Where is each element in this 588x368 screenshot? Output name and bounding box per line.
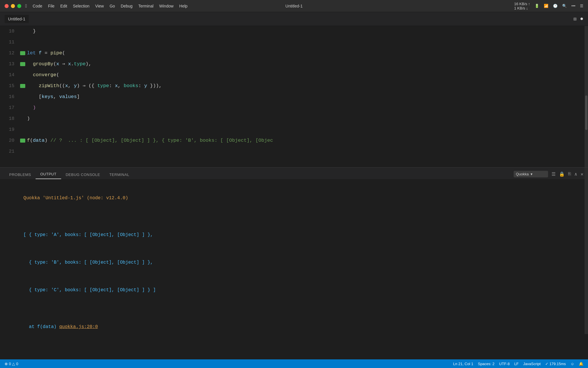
timing-info: ✓ 179.15ms [545,362,566,366]
panel: PROBLEMS OUTPUT DEBUG CONSOLE TERMINAL Q… [0,167,588,334]
output-header-text: Quokka 'Untitled-1.js' (node: v12.4.0) [24,195,128,201]
output-empty-2 [7,304,581,313]
bell-icon: 🔔 [579,362,583,366]
clock-icon: 🕐 [553,4,558,8]
line-content-16: [keys, values] [27,91,80,102]
code-line-17: 17 ) [0,102,588,113]
line-number-21: 21 [0,146,20,157]
menu-selection[interactable]: Selection [73,4,90,8]
line-indicator-13 [20,62,25,66]
line-content-18: ) [27,113,30,124]
tabbar-right: ⊞ ● [573,16,583,22]
indent-info[interactable]: Spaces: 2 [478,362,494,366]
output-link[interactable]: quokka.js:20:0 [59,324,98,329]
tab-debug-console[interactable]: DEBUG CONSOLE [61,170,105,179]
status-bar: ⊗ 0 △ 0 Ln 21, Col 1 Spaces: 2 UTF-8 LF … [0,359,588,368]
window-title: Untitled-1 [285,4,303,8]
encoding-info[interactable]: UTF-8 [499,362,510,366]
code-line-19: 19 [0,124,588,135]
line-number-14: 14 [0,70,20,80]
menu-code[interactable]: Code [33,4,42,8]
more-icon: ••• [571,4,575,8]
spotlight-icon: 🔍 [562,4,567,8]
line-indicator-20 [20,139,25,143]
statusbar-right: Ln 21, Col 1 Spaces: 2 UTF-8 LF JavaScri… [453,362,583,366]
panel-tabs-left: PROBLEMS OUTPUT DEBUG CONSOLE TERMINAL [5,170,134,179]
menu-view[interactable]: View [95,4,104,8]
battery-icon: 🔋 [535,4,539,8]
menu-debug[interactable]: Debug [121,4,132,8]
chevron-up-icon[interactable]: ∧ [575,171,577,177]
output-line-3: { type: 'C', books: [ [Object], [Object]… [7,276,581,304]
line-number-11: 11 [0,37,20,48]
warning-icon: △ [12,362,15,366]
output-line-2: { type: 'B', books: [ [Object], [Object]… [7,249,581,276]
line-number-18: 18 [0,113,20,124]
panel-scrollbar[interactable] [585,168,588,334]
editor[interactable]: 10 } 11 12 let f = pipe( 13 groupBy(x ⇒ … [0,26,588,167]
code-line-10: 10 } [0,26,588,37]
output-dropdown[interactable]: Quokka ▾ [514,171,548,177]
error-count[interactable]: ⊗ 0 △ 0 [5,362,18,366]
menu-window[interactable]: Window [159,4,174,8]
traffic-lights [5,4,21,8]
tab-untitled[interactable]: Untitled-1 [5,15,29,23]
lock-icon[interactable]: 🔒 [559,171,565,177]
output-empty-1 [7,212,581,221]
line-number-15: 15 [0,80,20,91]
code-line-20: 20 f(data) // ? ... : [ [Object], [Objec… [0,135,588,146]
code-line-16: 16 [keys, values] [0,91,588,102]
menu-file[interactable]: File [48,4,55,8]
list-icon: ☰ [580,4,583,8]
menu-edit[interactable]: Edit [60,4,67,8]
apple-menu[interactable]:  [25,3,27,9]
code-line-13: 13 groupBy(x ⇒ x.type), [0,59,588,70]
output-line-1: [ { type: 'A', books: [ [Object], [Objec… [7,221,581,249]
code-line-15: 15 zipWith((x, y) ⇒ ({ type: x, books: y… [0,80,588,91]
language-mode[interactable]: JavaScript [523,362,541,366]
line-number-17: 17 [0,102,20,113]
line-ending-info[interactable]: LF [514,362,519,366]
editor-scrollbar-thumb[interactable] [585,95,587,130]
line-indicator-12 [20,51,25,55]
close-button[interactable] [5,4,9,8]
chevron-down-icon: ▾ [531,172,533,176]
code-line-21: 21 [0,146,588,157]
output-text-3: { type: 'C', books: [ [Object], [Object]… [24,288,156,293]
menu-terminal[interactable]: Terminal [138,4,154,8]
editor-scrollbar[interactable] [585,26,588,167]
line-number-12: 12 [0,48,20,59]
output-text-2: { type: 'B', books: [ [Object], [Object]… [24,260,153,265]
line-indicator-15 [20,84,25,88]
wifi-icon: 📶 [544,4,548,8]
dropdown-label: Quokka [516,172,529,176]
menu-help[interactable]: Help [179,4,187,8]
copy-icon[interactable]: ⎘ [568,172,571,177]
line-content-12: let f = pipe( [27,48,65,59]
list-filter-icon[interactable]: ☰ [552,171,556,177]
tab-problems[interactable]: PROBLEMS [5,170,36,179]
titlebar-left:  Code File Edit Selection View Go Debug… [5,3,187,9]
error-number: 0 [9,362,11,366]
line-number-16: 16 [0,91,20,102]
dot-indicator: ● [580,16,583,22]
cursor-position[interactable]: Ln 21, Col 1 [453,362,473,366]
menu-bar:  Code File Edit Selection View Go Debug… [25,3,187,9]
titlebar-right: 16 KB/s ↑1 KB/s ↓ 🔋 📶 🕐 🔍 ••• ☰ [514,2,583,10]
output-text-1: [ { type: 'A', books: [ [Object], [Objec… [24,232,153,237]
tab-output[interactable]: OUTPUT [36,170,61,179]
panel-tabs: PROBLEMS OUTPUT DEBUG CONSOLE TERMINAL Q… [0,168,588,180]
menu-go[interactable]: Go [110,4,115,8]
line-number-19: 19 [0,124,20,135]
close-panel-icon[interactable]: ✕ [581,171,583,177]
panel-content: Quokka 'Untitled-1.js' (node: v12.4.0) [… [0,180,588,334]
panel-tabs-right: Quokka ▾ ☰ 🔒 ⎘ ∧ ✕ [514,171,583,179]
maximize-button[interactable] [17,4,21,8]
warning-number: 0 [16,362,18,366]
tab-terminal[interactable]: TERMINAL [105,170,134,179]
minimize-button[interactable] [11,4,15,8]
split-editor-icon[interactable]: ⊞ [573,16,577,22]
network-stats: 16 KB/s ↑1 KB/s ↓ [514,2,530,10]
line-content-15: zipWith((x, y) ⇒ ({ type: x, books: y })… [27,80,162,91]
output-at-line: at f(data) quokka.js:20:0 [7,313,581,334]
